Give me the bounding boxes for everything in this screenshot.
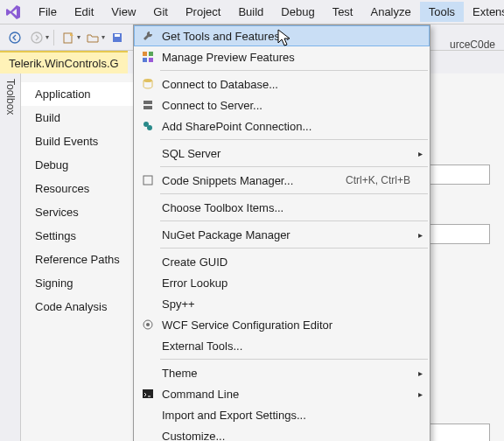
menu-item-label: Command Line: [158, 388, 423, 401]
menu-item-label: WCF Service Configuration Editor: [158, 318, 423, 332]
new-item-button[interactable]: [59, 28, 78, 47]
menu-build[interactable]: Build: [229, 2, 272, 22]
menu-item-connect-to-database[interactable]: Connect to Database...: [134, 74, 430, 94]
svg-point-11: [144, 79, 152, 82]
menu-item-label: Error Lookup: [158, 276, 423, 290]
menu-item-label: Connect to Database...: [158, 78, 423, 91]
menu-item-label: Theme: [158, 367, 423, 380]
menu-item-connect-to-server[interactable]: Connect to Server...: [134, 94, 430, 116]
toolbar-overflow-text: urceC0de: [450, 38, 495, 51]
menu-item-nuget-package-manager[interactable]: NuGet Package Manager▸: [134, 224, 430, 245]
menu-item-sql-server[interactable]: SQL Server▸: [134, 143, 430, 164]
menu-item-label: Import and Export Settings...: [158, 409, 423, 422]
menu-item-customize[interactable]: Customize...: [134, 425, 430, 441]
submenu-arrow-icon: ▸: [418, 389, 423, 399]
menu-item-choose-toolbox-items[interactable]: Choose Toolbox Items...: [134, 197, 430, 218]
wrench-icon: [137, 30, 158, 42]
menu-item-import-and-export-settings[interactable]: Import and Export Settings...: [134, 404, 430, 425]
svg-rect-12: [144, 101, 152, 104]
menu-item-add-sharepoint-connection[interactable]: Add SharePoint Connection...: [134, 116, 430, 136]
server-icon: [137, 99, 158, 111]
menu-extensions[interactable]: Extensions: [464, 2, 504, 22]
menu-item-create-guid[interactable]: Create GUID: [134, 251, 430, 272]
menu-item-label: Choose Toolbox Items...: [158, 201, 423, 214]
snippet-icon: [137, 174, 158, 186]
menu-debug[interactable]: Debug: [272, 2, 323, 22]
menu-item-get-tools-and-features[interactable]: Get Tools and Features...: [134, 25, 430, 46]
new-item-dropdown[interactable]: ▾: [77, 33, 80, 41]
open-dropdown[interactable]: ▾: [102, 33, 105, 41]
menu-tools[interactable]: Tools: [420, 2, 464, 22]
submenu-arrow-icon: ▸: [418, 149, 423, 158]
vs-logo-icon: [5, 4, 21, 20]
nav-back-button[interactable]: [5, 28, 24, 47]
svg-rect-4: [115, 34, 120, 37]
menu-item-wcf-service-configuration-editor[interactable]: WCF Service Configuration Editor: [134, 314, 430, 335]
menu-item-label: Customize...: [158, 430, 423, 442]
menu-view[interactable]: View: [102, 2, 144, 22]
menu-item-label: Create GUID: [158, 256, 423, 269]
menu-item-label: NuGet Package Manager: [158, 228, 423, 242]
open-button[interactable]: [83, 28, 102, 47]
menu-item-spy[interactable]: Spy++: [134, 293, 430, 314]
svg-point-18: [146, 323, 150, 326]
svg-rect-16: [144, 176, 152, 185]
menu-git[interactable]: Git: [144, 2, 177, 22]
menu-item-label: Add SharePoint Connection...: [158, 120, 423, 133]
svg-point-1: [32, 32, 42, 43]
svg-rect-10: [149, 58, 153, 62]
menu-shortcut: Ctrl+K, Ctrl+B: [346, 174, 423, 186]
menu-edit[interactable]: Edit: [66, 2, 102, 22]
menu-item-label: SQL Server: [158, 147, 423, 160]
document-tab-label: Telerik.WinControls.G: [9, 57, 119, 70]
sharepoint-icon: [137, 120, 158, 132]
menu-item-label: Spy++: [158, 298, 423, 311]
svg-point-0: [10, 32, 20, 43]
tools-dropdown-menu: Get Tools and Features...Manage Preview …: [133, 24, 430, 441]
save-button[interactable]: [108, 28, 127, 47]
menu-analyze[interactable]: Analyze: [361, 2, 419, 22]
menu-project[interactable]: Project: [177, 2, 229, 22]
db-icon: [137, 78, 158, 90]
wcf-icon: [137, 318, 158, 331]
menu-bar: FileEditViewGitProjectBuildDebugTestAnal…: [0, 0, 504, 24]
svg-rect-7: [143, 52, 147, 56]
menu-item-manage-preview-features[interactable]: Manage Preview Features: [134, 46, 430, 67]
document-tab-active[interactable]: Telerik.WinControls.G: [0, 51, 128, 74]
menu-item-error-lookup[interactable]: Error Lookup: [134, 272, 430, 293]
toolbox-label: Toolbox: [4, 79, 17, 115]
cmd-icon: [137, 388, 158, 400]
menu-item-external-tools[interactable]: External Tools...: [134, 335, 430, 356]
menu-file[interactable]: File: [30, 2, 66, 22]
menu-item-label: Connect to Server...: [158, 99, 423, 112]
nav-history-dropdown[interactable]: ▾: [46, 33, 49, 41]
submenu-arrow-icon: ▸: [418, 368, 423, 378]
nav-fwd-button[interactable]: [27, 28, 46, 47]
menu-item-label: Code Snippets Manager...: [158, 174, 346, 187]
svg-rect-9: [143, 58, 147, 62]
svg-rect-13: [144, 106, 152, 109]
menu-item-label: Manage Preview Features: [158, 51, 423, 64]
submenu-arrow-icon: ▸: [418, 230, 423, 240]
menu-item-label: External Tools...: [158, 340, 423, 353]
menu-test[interactable]: Test: [324, 2, 362, 22]
svg-point-15: [147, 125, 152, 130]
menu-item-label: Get Tools and Features...: [158, 30, 423, 43]
menu-item-command-line[interactable]: Command Line▸: [134, 383, 430, 404]
menu-item-theme[interactable]: Theme▸: [134, 362, 430, 383]
features-icon: [137, 51, 158, 63]
toolbox-vertical-tab[interactable]: Toolbox: [0, 74, 21, 441]
svg-rect-8: [149, 52, 153, 56]
menu-item-code-snippets-manager[interactable]: Code Snippets Manager...Ctrl+K, Ctrl+B: [134, 170, 430, 191]
